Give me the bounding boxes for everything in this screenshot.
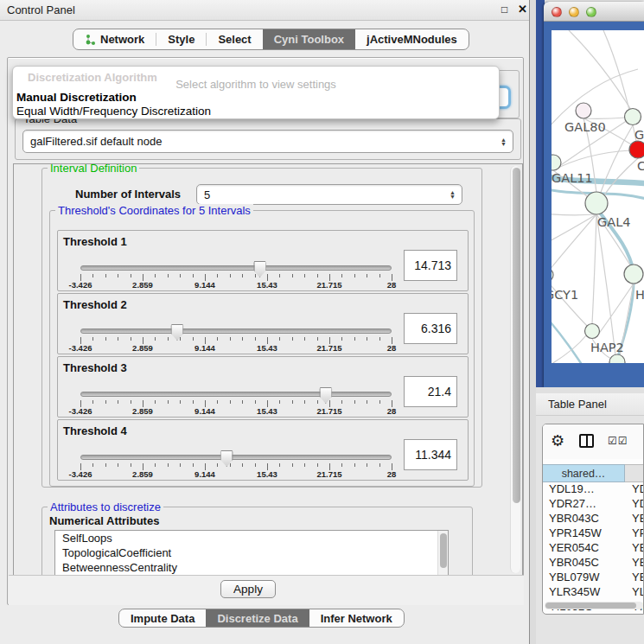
table-row[interactable]: YLR345WYLR3 [543,585,644,600]
table-data-selected-value: galFiltered.sif default node [30,135,162,148]
network-node-c[interactable] [629,141,644,158]
tick-label: 9.144 [194,343,215,353]
threshold-label: Threshold 3 [63,361,127,374]
table-row[interactable]: YBR043CYBR0 [543,512,644,526]
close-panel-icon[interactable]: ✕ [518,3,527,16]
network-node-gal11[interactable] [552,155,561,170]
tab-style[interactable]: Style [156,29,206,49]
table-horizontal-scrollbar[interactable] [545,602,643,609]
tab-impute-data[interactable]: Impute Data [119,609,206,627]
scrollbar-thumb[interactable] [513,168,520,503]
slider-tick-labels: -3.4262.8599.14415.4321.71528 [80,469,392,479]
tick-mark [131,337,131,341]
dropdown-placeholder-item[interactable]: Select algorithm to view settings [13,78,499,91]
table-panel-area: ⚙ ☑☑ shared…na YDL19…YDL1YDR27…YDR2YBR04… [536,416,644,644]
network-edge[interactable] [552,335,586,363]
tick-mark [168,463,169,467]
network-node-h[interactable] [624,265,643,284]
dropdown-option-manual-discretization[interactable]: Manual Discretization [16,91,137,104]
network-node-gal80[interactable] [576,103,591,118]
network-node-gcy1[interactable] [552,268,553,282]
tick-mark [193,400,194,404]
tick-mark [180,400,181,404]
network-edge[interactable] [552,214,596,215]
zoom-traffic-light[interactable] [586,7,596,17]
tick-mark [193,463,194,467]
tick-mark [367,463,367,467]
threshold-value-field[interactable]: 11.344 [404,439,457,470]
network-window-titlebar [544,2,644,22]
tick-label: 9.144 [194,406,215,416]
threshold-slider[interactable] [80,328,392,334]
numerical-attribute-item[interactable]: BetweennessCentrality [55,560,448,575]
threshold-slider[interactable] [80,455,392,460]
network-edge[interactable] [569,30,631,110]
tab-network[interactable]: Network [73,29,156,49]
table-column-header[interactable]: shared… [543,464,625,482]
scrollbar-thumb[interactable] [545,603,636,609]
table-data-combobox[interactable]: galFiltered.sif default node ▲▼ [22,130,513,153]
tick-mark [217,400,218,404]
tick-label: 9.144 [194,280,215,290]
number-of-intervals-combobox[interactable]: 5 ▲▼ [196,184,462,205]
numerical-attribute-item[interactable]: TopologicalCoefficient [55,545,448,560]
node-label: GA [634,128,644,142]
threshold-value-field[interactable]: 14.713 [404,250,457,281]
threshold-box: Threshold 2-3.4262.8599.14415.4321.71528… [57,293,469,354]
minimize-traffic-light[interactable] [569,7,579,17]
threshold-box: Threshold 1-3.4262.8599.14415.4321.71528… [57,230,469,291]
tick-mark [217,337,218,341]
tick-mark [379,274,380,277]
network-node[interactable] [609,354,625,363]
table-row[interactable]: YDR27…YDR2 [543,497,644,512]
table-toolbar: ⚙ ☑☑ [543,424,644,459]
checked-boxes-icon[interactable]: ☑☑ [608,435,628,447]
tick-mark [155,463,156,467]
table-row[interactable]: YER054CYER0 [543,541,644,556]
close-traffic-light[interactable] [552,7,562,17]
tick-mark [118,337,118,341]
threshold-slider[interactable] [80,265,392,271]
threshold-slider[interactable] [80,392,392,397]
table-row[interactable]: YPR145WYPR1 [543,526,644,541]
tick-label: 28 [387,343,397,353]
tick-label: 21.715 [316,469,341,479]
threshold-value-field[interactable]: 21.4 [404,376,457,407]
network-node-hap2[interactable] [585,324,600,339]
split-column-icon[interactable] [579,434,594,448]
table-row[interactable]: YDL19…YDL1 [543,482,644,497]
network-edge[interactable] [583,118,626,118]
tab-label: Network [100,33,144,46]
tab-select[interactable]: Select [207,29,262,49]
table-row[interactable]: YBL079WYBL0 [543,571,644,585]
panel-splitter[interactable] [529,0,536,644]
network-edge[interactable] [592,214,596,324]
apply-button[interactable]: Apply [220,580,276,598]
tick-mark [168,274,169,277]
tab-jactivemnodules[interactable]: jActiveMNodules [355,29,469,49]
tick-mark [304,463,305,467]
interval-definition-title: Interval Definition [48,163,139,175]
attributes-group-title: Attributes to discretize [48,501,163,513]
settings-vertical-scrollbar[interactable] [510,166,520,573]
tab-cyni-toolbox[interactable]: Cyni Toolbox [263,29,355,49]
tick-mark [341,463,342,467]
network-edge[interactable] [552,214,596,271]
numerical-attribute-item[interactable]: SelfLoops [55,531,448,545]
tab-infer-network[interactable]: Infer Network [309,609,404,627]
table-row[interactable]: YBR045CYBR0 [543,556,644,571]
gear-icon[interactable]: ⚙ [551,431,564,450]
network-node-ga[interactable] [625,109,641,125]
network-edge[interactable] [603,158,638,196]
network-canvas[interactable]: GAL80GACGAL11GAL4GCY1HHAP2 [552,30,644,363]
table-column-header[interactable]: na [625,464,644,482]
attributes-list-scrollbar[interactable] [437,531,448,576]
float-window-icon[interactable]: □ [501,3,507,16]
control-panel: Control Panel □ ✕ NetworkStyleSelectCyni… [0,0,529,644]
tab-discretize-data[interactable]: Discretize Data [206,609,309,627]
tick-mark [230,337,231,341]
threshold-value-field[interactable]: 6.316 [404,313,457,344]
dropdown-option-equal-width-frequency[interactable]: Equal Width/Frequency Discretization [16,105,211,118]
network-node-gal4[interactable] [585,192,608,214]
numerical-attributes-list[interactable]: SelfLoopsTopologicalCoefficientBetweenne… [54,530,449,576]
